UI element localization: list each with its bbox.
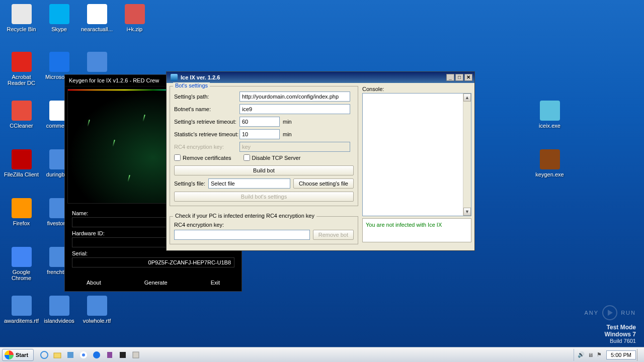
console-scrollbar[interactable]: ▲ ▼ bbox=[463, 94, 471, 216]
icon-label: nearactuall... bbox=[78, 26, 116, 32]
desktop-icon[interactable]: nearactuall... bbox=[78, 4, 116, 32]
taskbar-app-icon[interactable] bbox=[65, 349, 76, 360]
file-icon bbox=[49, 52, 69, 72]
desktop: Recycle BinSkypenearactuall...i+k.zipAcr… bbox=[0, 0, 644, 362]
desktop-icon[interactable]: i+k.zip bbox=[116, 4, 153, 32]
minimize-button[interactable]: _ bbox=[446, 74, 454, 81]
file-icon bbox=[12, 198, 32, 218]
console-label: Console: bbox=[362, 86, 471, 92]
taskbar-iceix-icon[interactable] bbox=[130, 349, 141, 360]
scroll-down-icon[interactable]: ▼ bbox=[463, 208, 471, 216]
file-icon bbox=[540, 101, 560, 121]
disable-tcp-checkbox[interactable]: Disable TCP Server bbox=[244, 154, 301, 161]
settings-path-input[interactable] bbox=[239, 92, 350, 102]
desktop-icon[interactable]: FileZilla Client bbox=[3, 149, 40, 177]
watermark-testmode: Test Mode bbox=[585, 324, 636, 331]
retrieve-timeout-input[interactable] bbox=[239, 117, 280, 127]
close-button[interactable]: ✕ bbox=[464, 74, 472, 81]
tray-network-icon[interactable]: 🖥 bbox=[586, 351, 594, 359]
console-output[interactable]: ▲ ▼ bbox=[362, 93, 471, 216]
taskbar-ie-icon[interactable] bbox=[39, 349, 50, 360]
app-icon bbox=[171, 74, 178, 81]
build-bot-button[interactable]: Build bot bbox=[174, 165, 354, 175]
desktop-icon[interactable]: keygen.exe bbox=[531, 149, 569, 177]
desktop-icon[interactable] bbox=[78, 52, 116, 74]
botnet-name-label: Botnet's name: bbox=[174, 106, 239, 112]
keygen-generate-button[interactable]: Generate bbox=[144, 280, 168, 286]
retrieve-timeout-label: Setting's retrieve timeout: bbox=[174, 119, 239, 125]
tray-flag-icon[interactable]: ⚑ bbox=[595, 351, 603, 359]
icon-label: Acrobat Reader DC bbox=[3, 74, 40, 86]
file-icon bbox=[12, 101, 32, 121]
anyrun-logo: ANY RUN bbox=[585, 305, 636, 321]
taskbar-edge-icon[interactable] bbox=[91, 349, 102, 360]
icon-label: Recycle Bin bbox=[3, 26, 40, 32]
watermark-os: Windows 7 bbox=[585, 331, 636, 338]
icon-label: Firefox bbox=[3, 220, 40, 226]
icon-label: Skype bbox=[40, 26, 78, 32]
rc4-key-input bbox=[239, 142, 350, 152]
icon-label: CCleaner bbox=[3, 123, 40, 129]
bot-settings-legend: Bot's settings bbox=[173, 82, 210, 88]
taskbar-clock[interactable]: 5:00 PM bbox=[606, 350, 636, 359]
file-icon bbox=[12, 4, 32, 24]
show-desktop-button[interactable] bbox=[637, 349, 641, 361]
settings-file-label: Setting's file: bbox=[174, 180, 205, 187]
file-icon bbox=[12, 149, 32, 169]
desktop-icon[interactable]: CCleaner bbox=[3, 101, 40, 129]
desktop-icon[interactable]: Skype bbox=[40, 4, 78, 32]
scroll-up-icon[interactable]: ▲ bbox=[463, 94, 471, 102]
svg-rect-9 bbox=[133, 352, 139, 358]
rc4-check-input[interactable] bbox=[174, 230, 310, 240]
remove-certificates-checkbox[interactable]: Remove certificates bbox=[174, 154, 231, 161]
taskbar-keygen-icon[interactable] bbox=[117, 349, 128, 360]
desktop-icon[interactable]: awarditems.rtf bbox=[3, 296, 40, 324]
icon-label: keygen.exe bbox=[531, 171, 569, 177]
statistic-timeout-label: Statistic's retrieve timeout: bbox=[174, 131, 239, 137]
start-button[interactable]: Start bbox=[2, 349, 34, 361]
keygen-serial-input[interactable]: 0P9Z5F-ZCANFJ-HEP7RC-U1B8 bbox=[72, 257, 234, 267]
desktop-icon[interactable]: Firefox bbox=[3, 198, 40, 226]
infection-check-fieldset: Check if your PC is infected entering RC… bbox=[170, 216, 358, 244]
maximize-button[interactable]: □ bbox=[455, 74, 463, 81]
svg-point-1 bbox=[41, 351, 48, 358]
taskbar-chrome-icon[interactable] bbox=[78, 349, 89, 360]
desktop-icon[interactable]: iceix.exe bbox=[531, 101, 569, 129]
svg-rect-2 bbox=[54, 353, 61, 358]
tray-volume-icon[interactable]: 🔊 bbox=[577, 351, 585, 359]
taskbar-winrar-icon[interactable] bbox=[104, 349, 115, 360]
remove-bot-button[interactable]: Remove bot bbox=[313, 230, 354, 240]
statistic-timeout-input[interactable] bbox=[239, 129, 280, 139]
keygen-exit-button[interactable]: Exit bbox=[211, 280, 220, 286]
keygen-serial-label: Serial: bbox=[72, 250, 234, 256]
settings-file-input[interactable] bbox=[208, 178, 290, 189]
botnet-name-input[interactable] bbox=[239, 104, 350, 114]
build-bot-settings-button[interactable]: Build bot's settings bbox=[174, 192, 354, 202]
taskbar-explorer-icon[interactable] bbox=[52, 349, 63, 360]
taskbar: Start 🔊 🖥 ⚑ 5:00 PM bbox=[0, 347, 644, 362]
infection-status: You are not infected with Ice IX bbox=[362, 218, 471, 242]
desktop-icon[interactable]: Recycle Bin bbox=[3, 4, 40, 32]
desktop-icon[interactable]: Acrobat Reader DC bbox=[3, 52, 40, 86]
watermark: ANY RUN Test Mode Windows 7 Build 7601 bbox=[585, 305, 636, 344]
iceix-window: Ice IX ver. 1.2.6 _ □ ✕ Bot's settings S… bbox=[166, 71, 475, 251]
svg-point-6 bbox=[93, 351, 100, 358]
keygen-about-button[interactable]: About bbox=[87, 280, 101, 286]
infection-check-legend: Check if your PC is infected entering RC… bbox=[173, 213, 316, 219]
file-icon bbox=[12, 296, 32, 316]
desktop-icon[interactable]: islandvideos bbox=[40, 296, 78, 324]
desktop-icon[interactable]: volwhole.rtf bbox=[78, 296, 116, 324]
choose-settings-file-button[interactable]: Choose setting's file bbox=[293, 178, 354, 189]
bot-settings-fieldset: Bot's settings Setting's path: Botnet's … bbox=[170, 86, 358, 206]
file-icon bbox=[12, 52, 32, 72]
desktop-icon[interactable]: Google Chrome bbox=[3, 247, 40, 281]
svg-point-5 bbox=[82, 353, 85, 356]
settings-path-label: Setting's path: bbox=[174, 94, 239, 100]
file-icon bbox=[49, 4, 69, 24]
file-icon bbox=[87, 296, 107, 316]
icon-label: volwhole.rtf bbox=[78, 318, 116, 324]
icon-label: islandvideos bbox=[40, 318, 78, 324]
svg-rect-3 bbox=[67, 352, 73, 358]
iceix-titlebar[interactable]: Ice IX ver. 1.2.6 _ □ ✕ bbox=[167, 72, 474, 83]
file-icon bbox=[540, 149, 560, 169]
